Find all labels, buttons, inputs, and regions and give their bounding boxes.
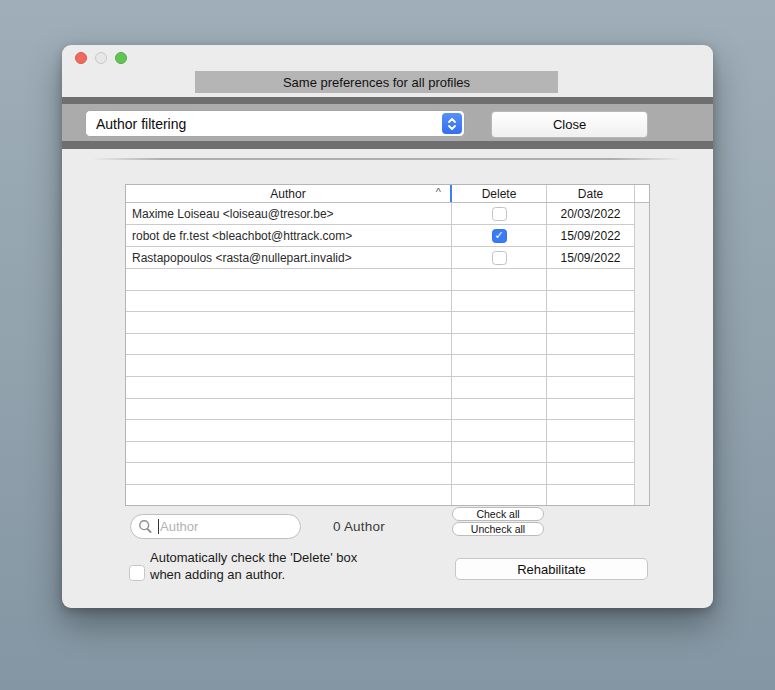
author-cell-empty (126, 442, 452, 464)
table-scrollbar-track (635, 399, 649, 421)
author-search-field[interactable] (130, 514, 301, 539)
sort-ascending-icon: ^ (436, 186, 441, 198)
delete-cell-empty (452, 334, 547, 356)
author-cell: Maxime Loiseau <loiseau@tresor.be> (126, 203, 452, 225)
author-cell-empty (126, 420, 452, 442)
preferences-window: Same preferences for all profiles Author… (62, 45, 713, 608)
check-all-label: Check all (476, 508, 519, 520)
delete-cell-empty (452, 269, 547, 291)
uncheck-all-label: Uncheck all (471, 523, 525, 535)
auto-check-delete-label: Automatically check the 'Delete' box whe… (150, 549, 357, 583)
table-row-empty[interactable] (126, 485, 649, 506)
header-scrollbar-corner (635, 185, 649, 202)
table-scrollbar-track (635, 291, 649, 313)
auto-check-line-1: Automatically check the 'Delete' box (150, 549, 357, 566)
table-row-empty[interactable] (126, 463, 649, 485)
table-scrollbar-track (635, 355, 649, 377)
close-button[interactable]: Close (491, 111, 648, 138)
table-row-empty[interactable] (126, 377, 649, 399)
table-row-empty[interactable] (126, 399, 649, 421)
content-divider (92, 158, 683, 160)
delete-checkbox[interactable]: ✓ (492, 229, 507, 243)
delete-cell-empty (452, 442, 547, 464)
check-all-button[interactable]: Check all (452, 507, 544, 521)
delete-checkbox[interactable] (492, 251, 507, 265)
table-scrollbar-track (635, 225, 649, 247)
table-row-empty[interactable] (126, 355, 649, 377)
minimize-window-button[interactable] (95, 52, 107, 64)
table-row-empty[interactable] (126, 334, 649, 356)
auto-check-delete-checkbox[interactable] (129, 565, 145, 581)
table-scrollbar-track (635, 312, 649, 334)
date-cell-empty (547, 269, 635, 291)
rehabilitate-label: Rehabilitate (517, 562, 586, 577)
date-cell-empty (547, 291, 635, 313)
up-down-chevrons-icon (442, 113, 462, 134)
delete-cell-empty (452, 485, 547, 506)
table-scrollbar-track (635, 420, 649, 442)
column-header-author[interactable]: Author ^ (126, 185, 452, 202)
traffic-lights (75, 52, 127, 64)
delete-checkbox[interactable] (492, 207, 507, 221)
uncheck-all-button[interactable]: Uncheck all (452, 522, 544, 536)
delete-cell (452, 247, 547, 269)
column-header-delete[interactable]: Delete (452, 185, 547, 202)
separator-bottom (62, 141, 713, 149)
author-cell-empty (126, 399, 452, 421)
close-window-button[interactable] (75, 52, 87, 64)
zoom-window-button[interactable] (115, 52, 127, 64)
table-body: Maxime Loiseau <loiseau@tresor.be>20/03/… (126, 203, 649, 506)
table-scrollbar-track (635, 442, 649, 464)
column-header-date-label: Date (578, 187, 603, 201)
table-scrollbar-track (635, 247, 649, 269)
date-cell: 15/09/2022 (547, 225, 635, 247)
preferences-section-select[interactable]: Author filtering (85, 110, 465, 137)
table-scrollbar-track (635, 334, 649, 356)
date-cell-empty (547, 399, 635, 421)
date-cell: 15/09/2022 (547, 247, 635, 269)
table-scrollbar-track (635, 485, 649, 506)
table-scrollbar-track (635, 377, 649, 399)
author-cell-empty (126, 269, 452, 291)
banner-label: Same preferences for all profiles (283, 75, 470, 90)
rehabilitate-button[interactable]: Rehabilitate (455, 558, 648, 580)
search-input[interactable] (160, 519, 293, 534)
table-scrollbar-track (635, 463, 649, 485)
column-header-author-label: Author (270, 187, 305, 201)
table-row-empty[interactable] (126, 420, 649, 442)
delete-cell-empty (452, 355, 547, 377)
date-cell-empty (547, 420, 635, 442)
table-scrollbar-track (635, 269, 649, 291)
author-cell: robot de fr.test <bleachbot@httrack.com> (126, 225, 452, 247)
date-cell: 20/03/2022 (547, 203, 635, 225)
delete-cell-empty (452, 463, 547, 485)
table-header: Author ^ Delete Date (126, 185, 649, 203)
author-cell-empty (126, 312, 452, 334)
table-row-empty[interactable] (126, 312, 649, 334)
table-row[interactable]: robot de fr.test <bleachbot@httrack.com>… (126, 225, 649, 247)
date-cell-empty (547, 485, 635, 506)
author-count-label: 0 Author (333, 514, 385, 539)
author-cell-empty (126, 291, 452, 313)
close-button-label: Close (553, 117, 586, 132)
author-cell-empty (126, 463, 452, 485)
date-cell-empty (547, 377, 635, 399)
separator-top (62, 97, 713, 104)
author-cell-empty (126, 485, 452, 506)
column-header-date[interactable]: Date (547, 185, 635, 202)
table-row[interactable]: Maxime Loiseau <loiseau@tresor.be>20/03/… (126, 203, 649, 225)
delete-cell (452, 203, 547, 225)
author-cell-empty (126, 355, 452, 377)
date-cell-empty (547, 334, 635, 356)
column-header-delete-label: Delete (482, 187, 517, 201)
date-cell-empty (547, 355, 635, 377)
table-row-empty[interactable] (126, 442, 649, 464)
section-select-value: Author filtering (86, 116, 186, 132)
table-row-empty[interactable] (126, 269, 649, 291)
table-scrollbar-track (635, 203, 649, 225)
table-row[interactable]: Rastapopoulos <rasta@nullepart.invalid>1… (126, 247, 649, 269)
table-row-empty[interactable] (126, 291, 649, 313)
delete-cell: ✓ (452, 225, 547, 247)
check-icon: ✓ (494, 229, 503, 242)
author-cell-empty (126, 377, 452, 399)
